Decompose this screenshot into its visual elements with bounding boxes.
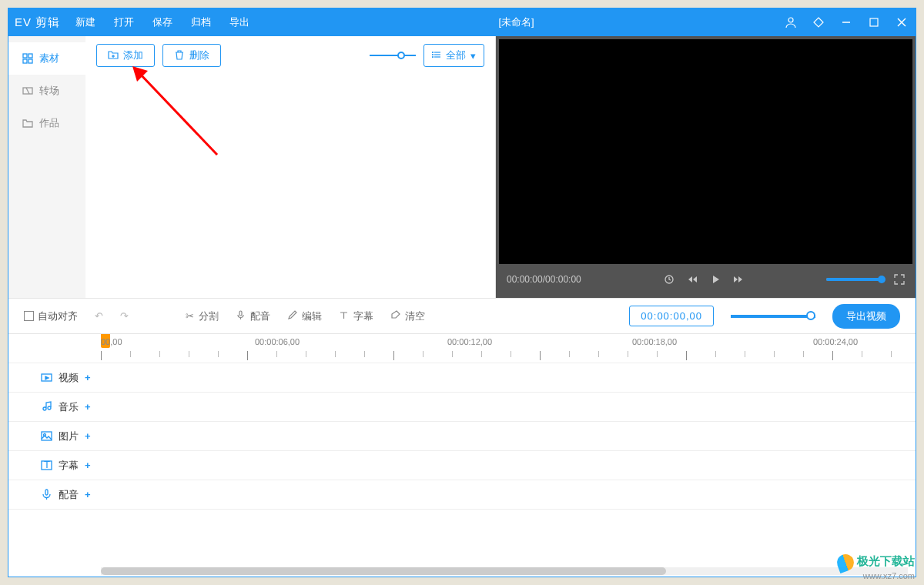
track-label: 图片 — [59, 430, 79, 443]
user-icon[interactable] — [783, 15, 798, 30]
tool-edit[interactable]: 编辑 — [287, 309, 322, 323]
preview-viewport[interactable] — [499, 39, 912, 264]
track-header: 视频+ — [8, 371, 101, 385]
track-list: 视频+音乐+图片+T字幕+配音+ — [8, 363, 916, 510]
track-label: 视频 — [59, 371, 79, 385]
rhombus-icon[interactable] — [811, 15, 826, 30]
add-track-item[interactable]: + — [85, 489, 91, 500]
tool-label: 配音 — [250, 309, 270, 323]
track-row[interactable]: 图片+ — [8, 422, 916, 451]
ruler-tick — [891, 351, 892, 357]
ruler-tick — [745, 351, 745, 357]
preview-panel: 00:00:00/00:00:00 — [496, 36, 916, 298]
timeline-ruler[interactable]: 00,0000:00:06,0000:00:12,0000:00:18,0000… — [8, 334, 916, 363]
ruler-tick — [774, 351, 775, 357]
ruler-tick — [159, 351, 160, 357]
filter-label: 全部 — [446, 48, 466, 62]
add-track-item[interactable]: + — [85, 460, 91, 471]
redo-icon[interactable]: ↷ — [120, 310, 129, 322]
track-row[interactable]: T字幕+ — [8, 451, 916, 480]
track-header: 音乐+ — [8, 400, 101, 414]
ruler-tick — [511, 351, 511, 357]
ruler-tick — [715, 351, 716, 357]
delete-button-label: 删除 — [189, 48, 209, 62]
folder-plus-icon — [108, 49, 119, 62]
tool-label: 清空 — [405, 309, 425, 323]
side-tab-material[interactable]: 素材 — [8, 42, 85, 75]
watermark-url: www.xz7.com — [837, 571, 915, 580]
menu-archive[interactable]: 归档 — [191, 15, 211, 29]
timeline-position[interactable]: 00:00:00,00 — [629, 306, 714, 326]
tool-split[interactable]: ✂分割 — [186, 309, 219, 323]
menu-save[interactable]: 保存 — [152, 15, 172, 29]
image-icon — [41, 430, 52, 442]
forward-icon[interactable] — [733, 274, 744, 285]
undo-icon[interactable]: ↶ — [95, 310, 103, 322]
checkbox-icon — [24, 311, 34, 321]
tool-voiceover[interactable]: 配音 — [236, 309, 270, 323]
track-label: 字幕 — [59, 459, 79, 473]
side-tab-label: 作品 — [39, 116, 59, 130]
volume-slider[interactable] — [826, 278, 882, 281]
minimize-icon[interactable] — [839, 15, 854, 30]
thumbnail-size-slider[interactable] — [370, 50, 416, 61]
zoom-slider[interactable] — [731, 315, 815, 318]
scissors-icon: ✂ — [186, 310, 194, 322]
add-button[interactable]: 添加 — [96, 44, 155, 67]
music-icon — [41, 401, 52, 413]
svg-point-16 — [433, 52, 434, 52]
ruler-label: 00:00:06,00 — [255, 337, 300, 346]
svg-rect-2 — [870, 18, 878, 26]
export-video-button[interactable]: 导出视频 — [832, 304, 900, 329]
broom-icon — [390, 310, 400, 323]
tool-clear[interactable]: 清空 — [390, 309, 425, 323]
text-icon — [339, 310, 349, 323]
svg-rect-20 — [239, 311, 242, 316]
main-menu: 新建 打开 保存 归档 导出 — [75, 15, 249, 29]
svg-point-22 — [48, 406, 51, 410]
tool-label: 编辑 — [302, 309, 322, 323]
track-row[interactable]: 配音+ — [8, 480, 916, 510]
close-icon[interactable] — [894, 15, 909, 30]
menu-new[interactable]: 新建 — [75, 15, 95, 29]
menu-open[interactable]: 打开 — [114, 15, 134, 29]
fullscreen-icon[interactable] — [894, 274, 905, 285]
ruler-tick — [393, 351, 394, 360]
rewind-icon[interactable] — [687, 274, 698, 285]
menu-export[interactable]: 导出 — [229, 15, 249, 29]
add-track-item[interactable]: + — [85, 430, 91, 442]
horizontal-scrollbar[interactable] — [101, 567, 908, 575]
video-icon — [41, 372, 52, 383]
svg-rect-5 — [23, 54, 27, 58]
add-track-item[interactable]: + — [85, 372, 91, 383]
titlebar: EV 剪辑 新建 打开 保存 归档 导出 [未命名] — [8, 8, 916, 36]
ruler-tick — [364, 351, 365, 357]
preview-controls: 00:00:00/00:00:00 — [499, 264, 912, 295]
track-header: T字幕+ — [8, 459, 101, 473]
side-tab-transition[interactable]: 转场 — [8, 75, 85, 107]
add-track-item[interactable]: + — [85, 401, 91, 413]
auto-align-checkbox[interactable]: 自动对齐 — [24, 309, 78, 323]
play-icon[interactable] — [710, 274, 721, 285]
ruler-label: 00:00:24,00 — [813, 337, 858, 346]
loop-icon[interactable] — [664, 274, 675, 285]
svg-rect-23 — [42, 432, 52, 440]
ruler-tick — [189, 351, 189, 357]
side-tab-works[interactable]: 作品 — [8, 107, 85, 139]
ruler-tick — [657, 351, 658, 357]
watermark-title: 极光下载站 — [857, 554, 915, 567]
filter-dropdown[interactable]: 全部 ▾ — [424, 44, 484, 67]
ruler-label: 00:00:18,00 — [632, 337, 677, 346]
tool-subtitle[interactable]: 字幕 — [339, 309, 373, 323]
tool-label: 字幕 — [353, 309, 373, 323]
app-logo: EV 剪辑 — [15, 15, 60, 30]
track-row[interactable]: 音乐+ — [8, 393, 916, 422]
add-button-label: 添加 — [123, 48, 143, 62]
ruler-tick — [686, 351, 687, 360]
maximize-icon[interactable] — [866, 15, 882, 30]
ruler-tick — [540, 351, 541, 360]
track-row[interactable]: 视频+ — [8, 363, 916, 393]
side-tabs: 素材 转场 作品 — [8, 36, 85, 298]
delete-button[interactable]: 删除 — [162, 44, 221, 67]
timeline-toolbar: 自动对齐 ↶ ↷ ✂分割 配音 编辑 字幕 清空 00:00:00,00 导出视… — [8, 298, 916, 333]
